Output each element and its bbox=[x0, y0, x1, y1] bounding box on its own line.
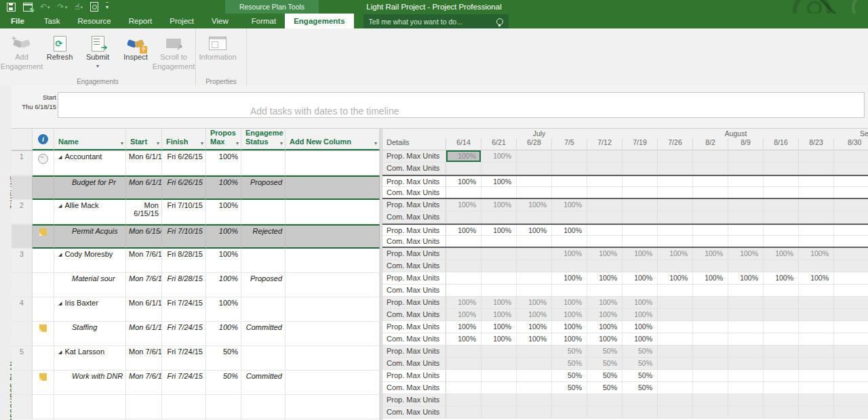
name-cell[interactable]: ◢Cody Moresby bbox=[54, 249, 126, 273]
finish-cell[interactable]: Fri 7/24/15 bbox=[162, 346, 206, 371]
units-cell[interactable]: 100% bbox=[446, 176, 481, 186]
start-cell[interactable]: Mon 6/15/15 bbox=[126, 224, 162, 249]
units-cell[interactable]: 100% bbox=[764, 272, 799, 284]
outline-expand-icon[interactable]: ◢ bbox=[58, 154, 62, 159]
start-cell[interactable]: Mon 6/1/15 bbox=[126, 175, 162, 200]
units-cell[interactable] bbox=[587, 199, 623, 211]
units-cell[interactable] bbox=[446, 345, 481, 357]
units-cell[interactable] bbox=[587, 187, 623, 198]
units-cell[interactable] bbox=[799, 309, 834, 320]
timeline-bar[interactable]: Add tasks with dates to the timeline bbox=[58, 92, 865, 118]
units-cell[interactable]: 50% bbox=[552, 345, 587, 357]
units-cell[interactable] bbox=[764, 163, 799, 174]
units-cell[interactable] bbox=[623, 285, 658, 296]
finish-cell[interactable]: Fri 7/24/15 bbox=[162, 297, 206, 322]
units-cell[interactable] bbox=[517, 236, 552, 247]
units-cell[interactable] bbox=[693, 285, 728, 296]
units-cell[interactable] bbox=[587, 211, 623, 223]
tell-me-box[interactable]: Tell me what you want to do... bbox=[363, 14, 509, 28]
units-cell[interactable] bbox=[517, 150, 552, 162]
units-cell[interactable]: 100% bbox=[764, 248, 799, 259]
units-cell[interactable] bbox=[658, 150, 693, 162]
units-cell[interactable] bbox=[764, 225, 799, 235]
tab-format[interactable]: Format bbox=[243, 14, 285, 28]
units-cell[interactable] bbox=[623, 225, 658, 235]
units-cell[interactable] bbox=[517, 345, 552, 357]
units-cell[interactable] bbox=[623, 187, 658, 198]
units-cell[interactable] bbox=[517, 176, 552, 186]
units-cell[interactable] bbox=[764, 211, 799, 223]
units-cell[interactable] bbox=[517, 163, 552, 174]
units-cell[interactable] bbox=[517, 272, 552, 284]
units-cell[interactable] bbox=[517, 370, 552, 381]
timeline-pane[interactable]: Start Thu 6/18/15 Add tasks with dates t… bbox=[12, 85, 868, 129]
units-cell[interactable] bbox=[799, 321, 834, 333]
units-cell[interactable]: 100% bbox=[623, 333, 658, 345]
units-cell[interactable]: 50% bbox=[587, 345, 623, 357]
details-row-label[interactable]: Com. Max Units bbox=[382, 236, 446, 247]
units-cell[interactable] bbox=[446, 248, 481, 259]
units-cell[interactable] bbox=[834, 211, 868, 223]
add-new-column-cell[interactable] bbox=[285, 371, 380, 395]
name-cell[interactable]: ◢Allie Mack bbox=[54, 200, 126, 224]
header-indicators[interactable]: i bbox=[33, 129, 54, 150]
units-cell[interactable] bbox=[728, 150, 764, 162]
units-cell[interactable] bbox=[481, 358, 517, 369]
units-cell[interactable]: 100% bbox=[552, 225, 587, 235]
units-cell[interactable] bbox=[658, 199, 693, 211]
units-cell[interactable]: 100% bbox=[481, 199, 517, 211]
units-cell[interactable] bbox=[799, 345, 834, 357]
refresh-button[interactable]: ⟳Refresh bbox=[41, 31, 79, 62]
details-row-label[interactable]: Com. Max Units bbox=[382, 382, 446, 394]
units-cell[interactable]: 100% bbox=[446, 333, 481, 345]
units-cell[interactable] bbox=[799, 406, 834, 418]
units-cell[interactable] bbox=[728, 382, 764, 394]
units-cell[interactable] bbox=[764, 358, 799, 369]
header-proposed-max-units[interactable]: ProposMax▾ bbox=[206, 129, 241, 150]
units-cell[interactable]: 100% bbox=[623, 321, 658, 333]
units-cell[interactable] bbox=[623, 163, 658, 174]
units-cell[interactable] bbox=[834, 150, 868, 162]
tab-file[interactable]: File bbox=[0, 14, 35, 28]
units-cell[interactable] bbox=[728, 285, 764, 296]
units-cell[interactable] bbox=[552, 150, 587, 162]
units-cell[interactable] bbox=[799, 236, 834, 247]
units-cell[interactable] bbox=[552, 163, 587, 174]
header-name[interactable]: Name▾ bbox=[54, 129, 126, 150]
details-row-label[interactable]: Com. Max Units bbox=[382, 260, 446, 272]
units-cell[interactable] bbox=[587, 236, 623, 247]
tab-resource[interactable]: Resource bbox=[68, 14, 119, 28]
filter-arrow-icon[interactable]: ▾ bbox=[280, 140, 283, 147]
units-cell[interactable] bbox=[517, 382, 552, 394]
units-cell[interactable] bbox=[728, 333, 764, 345]
units-cell[interactable] bbox=[693, 260, 728, 272]
units-cell[interactable] bbox=[446, 285, 481, 296]
finish-cell[interactable]: Fri 8/28/15 bbox=[162, 273, 206, 297]
header-start[interactable]: Start▾ bbox=[126, 129, 162, 150]
units-cell[interactable] bbox=[764, 150, 799, 162]
units-cell[interactable]: 100% bbox=[623, 309, 658, 320]
units-cell[interactable] bbox=[799, 370, 834, 381]
proposed-max-units-cell[interactable]: 50% bbox=[206, 346, 241, 371]
units-cell[interactable]: 50% bbox=[587, 370, 623, 381]
header-add-new-column[interactable]: Add New Column▾ bbox=[285, 129, 380, 150]
units-cell[interactable] bbox=[587, 285, 623, 296]
name-cell[interactable] bbox=[54, 395, 126, 419]
proposed-max-units-cell[interactable]: 100% bbox=[206, 224, 241, 249]
units-cell[interactable] bbox=[587, 394, 623, 406]
units-cell[interactable] bbox=[552, 211, 587, 223]
units-cell[interactable] bbox=[728, 236, 764, 247]
add-new-column-cell[interactable] bbox=[285, 200, 380, 224]
details-row-label[interactable]: Prop. Max Units bbox=[382, 248, 446, 259]
units-cell[interactable]: 100% bbox=[799, 272, 834, 284]
details-row-label[interactable]: Com. Max Units bbox=[382, 285, 446, 296]
finish-cell[interactable]: Fri 7/10/15 bbox=[162, 200, 206, 224]
finish-cell[interactable]: Fri 6/26/15 bbox=[162, 175, 206, 200]
units-cell[interactable] bbox=[834, 199, 868, 211]
units-cell[interactable] bbox=[728, 345, 764, 357]
units-cell[interactable]: 100% bbox=[446, 150, 481, 162]
tab-view[interactable]: View bbox=[203, 14, 237, 28]
units-cell[interactable] bbox=[623, 211, 658, 223]
start-cell[interactable]: Mon 6/1/15 bbox=[126, 297, 162, 322]
units-cell[interactable] bbox=[481, 163, 517, 174]
